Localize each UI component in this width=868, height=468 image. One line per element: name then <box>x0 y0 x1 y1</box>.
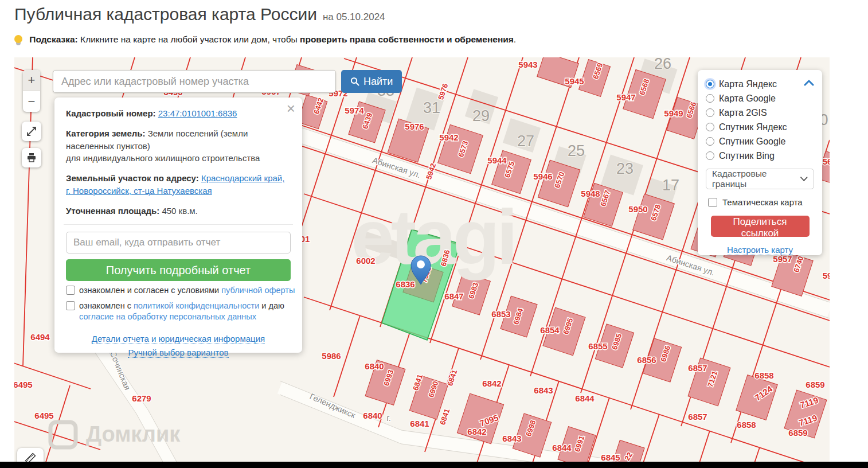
hint-label: Подсказка: <box>29 34 77 44</box>
radio-icon[interactable] <box>706 151 714 160</box>
manual-select-link[interactable]: Ручной выбор вариантов <box>128 348 228 358</box>
expand-icon <box>26 126 37 136</box>
bottom-bar <box>0 462 868 468</box>
parcel-label: 6857 <box>688 363 707 373</box>
chevron-down-icon <box>800 177 808 181</box>
parcel-label: 6859 <box>788 428 807 438</box>
printer-icon <box>26 153 37 163</box>
parcel-label: 5948 <box>581 189 600 198</box>
divider <box>64 224 293 225</box>
offer-link[interactable]: публичной оферты <box>221 286 295 295</box>
parcel-label: 6847 <box>444 291 463 301</box>
parcel-label: 5957 <box>773 254 792 264</box>
parcel-label: 6859 <box>806 380 824 389</box>
personal-data-link[interactable]: согласие на обработку персональных данны… <box>79 312 256 321</box>
fullscreen-button[interactable] <box>22 122 41 141</box>
layer-option-5[interactable]: Спутник Bing <box>706 149 814 163</box>
land-category-row: Категория земель: Земли поселений (земли… <box>66 127 291 165</box>
street-label: г. <box>386 414 391 423</box>
title-date: на 05.10.2024 <box>323 11 385 22</box>
parcel-label: 6842 <box>467 427 486 436</box>
cadastral-number-link[interactable]: 23:47:0101001:6836 <box>158 108 237 118</box>
parcel-label: 6495 <box>14 380 33 389</box>
watermark-domclick: Домклик <box>86 422 181 446</box>
thematic-checkbox[interactable] <box>708 198 717 207</box>
privacy-checkbox[interactable] <box>66 301 75 310</box>
block-label: 23 <box>616 160 634 177</box>
parcel-label: 5943 <box>518 60 537 69</box>
zoom-out-button[interactable]: − <box>23 91 40 112</box>
radio-icon[interactable] <box>706 137 714 146</box>
parcel-label: 6858 <box>737 420 756 430</box>
layer-option-3[interactable]: Спутник Яндекс <box>706 120 814 134</box>
basemap-options: Карта ЯндексКарта GoogleКарта 2GISСпутни… <box>706 77 814 163</box>
get-report-button[interactable]: Получить подробный отчет <box>66 259 291 281</box>
block-label: 25 <box>568 142 585 159</box>
parcel-label: 6855 <box>588 341 607 351</box>
radio-icon[interactable] <box>706 108 714 117</box>
parcel-label: 6002 <box>356 256 375 266</box>
configure-map-link[interactable]: Настроить карту <box>727 245 793 255</box>
radio-icon[interactable] <box>706 94 714 103</box>
zoom-controls: + − <box>23 70 40 112</box>
parcel-label: 6836 <box>396 279 415 289</box>
layer-option-4[interactable]: Спутник Google <box>706 134 814 149</box>
zoom-in-button[interactable]: + <box>23 70 40 91</box>
parcel-label: 6844 <box>575 393 595 403</box>
radio-icon[interactable] <box>706 80 714 88</box>
parcel-label: 5986 <box>322 351 341 361</box>
title-text: Публичная кадастровая карта России <box>14 5 317 24</box>
email-field[interactable] <box>66 232 291 253</box>
layer-option-2[interactable]: Карта 2GIS <box>706 106 814 120</box>
chevron-up-icon <box>804 80 814 86</box>
address-row: Земельный участок по адресу: Краснодарск… <box>66 172 291 197</box>
offer-checkbox-row: ознакомлен и согласен с условиями публич… <box>66 285 291 297</box>
popup-bottom-links: Детали отчета и юридическая информация Р… <box>66 332 291 360</box>
search-bar <box>53 70 336 93</box>
parcel-label: 6843 <box>502 434 521 443</box>
parcel-label: 6843 <box>534 385 553 395</box>
bulb-icon <box>14 35 22 43</box>
parcel-label: 5974 <box>345 106 364 115</box>
parcel-label: 6845 <box>601 453 620 462</box>
search-button[interactable]: Найти <box>341 70 402 93</box>
search-icon <box>350 77 359 86</box>
print-button[interactable] <box>22 148 41 167</box>
collapse-panel-button[interactable] <box>804 78 814 88</box>
privacy-checkbox-row: ознакомлен с политикой конфиденциальност… <box>66 301 291 323</box>
parcel-label: 6854 <box>540 325 560 335</box>
parcel-label: 5942 <box>439 132 458 142</box>
share-link-button[interactable]: Поделиться ссылкой <box>711 216 810 237</box>
parcel-label: 5947 <box>616 92 635 102</box>
privacy-link[interactable]: политикой конфиденциальности <box>134 301 259 310</box>
layer-option-0[interactable]: Карта Яндекс <box>706 77 814 91</box>
cadastral-number-row: Кадастровый номер: 23:47:0101001:6836 <box>66 107 291 120</box>
parcel-label: 6856 <box>637 355 656 365</box>
map-pin-dot <box>417 260 425 268</box>
parcel-label: 6494 <box>30 332 50 342</box>
parcel-label: 6840 <box>365 361 384 371</box>
offer-checkbox[interactable] <box>66 286 75 295</box>
watermark-etagi: etagi <box>351 194 514 280</box>
radio-icon[interactable] <box>706 123 714 131</box>
parcel-label: 6844 <box>552 443 572 453</box>
page: Публичная кадастровая карта Россиина 05.… <box>0 0 868 468</box>
parcel-label: 6842 <box>482 379 501 388</box>
parcel-label: 5945 <box>565 76 584 86</box>
layer-select[interactable]: Кадастровые границы <box>706 169 814 189</box>
parcel-label: 6841 <box>410 419 429 428</box>
parcel-info-popup: × Кадастровый номер: 23:47:0101001:6836 … <box>54 98 302 353</box>
search-input[interactable] <box>53 71 335 92</box>
parcel-label: 5944 <box>487 155 507 165</box>
block-label: 27 <box>517 132 534 150</box>
page-title: Публичная кадастровая карта Россиина 05.… <box>14 5 385 24</box>
layer-option-1[interactable]: Карта Google <box>706 91 814 106</box>
parcel-label: 6495 <box>34 411 53 420</box>
close-icon[interactable]: × <box>287 101 295 116</box>
layers-panel: Карта ЯндексКарта GoogleКарта 2GISСпутни… <box>698 70 822 255</box>
block-label: 26 <box>654 57 671 72</box>
report-details-link[interactable]: Детали отчета и юридическая информация <box>92 334 265 344</box>
parcel-label: 5976 <box>405 122 424 131</box>
parcel-label: 56 <box>823 157 830 166</box>
thematic-row: Тематическая карта <box>708 197 814 207</box>
